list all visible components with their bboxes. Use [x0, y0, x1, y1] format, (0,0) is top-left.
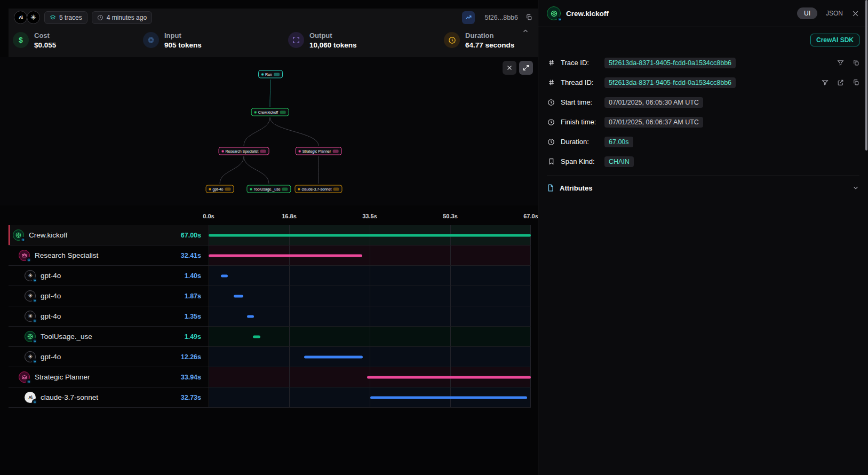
span-row-crew-kickoff[interactable]: Crew.kickoff67.00s [9, 225, 531, 246]
node-type-dot [299, 150, 301, 152]
span-bar[interactable] [367, 376, 531, 378]
instrumentation-badge [32, 359, 37, 364]
instrumentation-badge [557, 17, 562, 22]
trace-summary-block: A\ ✳ 5 traces 4 minutes ago 5f26...8bb6 [9, 9, 538, 57]
close-icon[interactable] [851, 10, 859, 18]
span-row-research-specialist[interactable]: Research Specialist32.41s [9, 246, 531, 266]
sdk-badge[interactable]: CrewAI SDK [810, 34, 859, 46]
span-name: Crew.kickoff [29, 231, 68, 239]
span-name: ToolUsage._use [41, 332, 92, 341]
gridline [289, 266, 290, 286]
collapse-chevron-icon[interactable] [522, 27, 529, 37]
copy-icon[interactable] [525, 14, 532, 21]
span-bar[interactable] [247, 315, 253, 318]
span-bar[interactable] [253, 335, 260, 338]
node-type-dot [250, 188, 252, 190]
details-view-tabs: UI JSON [797, 7, 859, 19]
span-row-gpt-4o[interactable]: ✳gpt-4o1.40s [9, 266, 531, 286]
graph-node-toolusage-use[interactable]: ToolUsage._use [246, 185, 291, 193]
graph-node-strategic-planner[interactable]: Strategic Planner [296, 147, 342, 155]
gridline [209, 327, 209, 346]
stat-label: Cost [34, 31, 56, 39]
field-value: CHAIN [604, 156, 634, 167]
span-row-toolusage-use[interactable]: ToolUsage._use1.49s [9, 327, 531, 347]
span-details-content: CrewAI SDK Trace ID:5f2613da-8371-9405-f… [538, 27, 868, 200]
graph-node-run[interactable]: Run [258, 70, 283, 78]
graph-node-claude-3-7-sonnet[interactable]: claude-3.7-sonnet [294, 185, 342, 193]
trend-chart-button[interactable] [462, 11, 475, 24]
axis-tick: 33.5s [362, 213, 377, 219]
trace-graph-canvas[interactable]: RunCrew.kickoffResearch SpecialistStrate… [0, 57, 538, 205]
gridline [450, 286, 451, 306]
span-name: gpt-4o [41, 292, 61, 300]
layers-icon [50, 14, 56, 21]
span-bar[interactable] [209, 254, 362, 257]
span-bar[interactable] [209, 234, 531, 236]
span-bar[interactable] [234, 295, 243, 297]
graph-controls [503, 61, 533, 75]
field-label: Trace ID: [561, 59, 599, 67]
field-value[interactable]: 5f2613da-8371-9405-fcdd-0a1534cc8bb6 [604, 58, 736, 68]
filter-icon[interactable] [837, 59, 844, 66]
span-duration: 32.41s [181, 252, 201, 259]
span-duration: 1.87s [185, 292, 201, 300]
scrollbar-thumb[interactable] [865, 0, 867, 151]
instrumentation-badge [32, 399, 37, 405]
filter-icon[interactable] [822, 79, 829, 86]
span-duration: 1.49s [185, 333, 201, 341]
close-graph-button[interactable] [503, 61, 516, 75]
span-name: claude-3.7-sonnet [41, 393, 98, 401]
traces-count-label: 5 traces [59, 14, 82, 21]
span-timeline-cell [209, 327, 531, 346]
node-type-dot [209, 188, 211, 190]
copy-icon[interactable] [853, 59, 859, 66]
node-type-dot [298, 188, 300, 190]
span-duration: 67.00s [181, 232, 201, 239]
gridline [370, 306, 370, 326]
trace-time-badge: 4 minutes ago [92, 11, 152, 24]
instrumentation-badge [26, 257, 31, 263]
field-start-time: Start time:07/01/2025, 06:05:30 AM UTC [547, 92, 859, 112]
span-title: Crew.kickoff [566, 10, 609, 18]
span-label-cell: Research Specialist32.41s [9, 246, 209, 265]
graph-node-gpt-4o[interactable]: gpt-4o [206, 185, 234, 193]
span-bar[interactable] [370, 396, 527, 399]
openai-icon: ✳ [25, 270, 36, 281]
gridline [370, 266, 370, 286]
field-label: Start time: [561, 98, 599, 106]
span-bar[interactable] [304, 355, 363, 358]
field-value[interactable]: 5f2613da-8371-9405-fcdd-0a1534cc8bb6 [604, 77, 736, 88]
graph-node-crew-kickoff[interactable]: Crew.kickoff [251, 108, 289, 116]
span-label-cell: Strategic Planner33.94s [9, 367, 209, 387]
graph-node-research-specialist[interactable]: Research Specialist [219, 147, 269, 155]
span-duration: 1.40s [185, 272, 201, 280]
copy-icon[interactable] [853, 79, 859, 86]
tab-json[interactable]: JSON [826, 10, 843, 17]
tab-ui[interactable]: UI [797, 7, 817, 19]
span-row-claude-3-7-sonnet[interactable]: A\claude-3.7-sonnet32.73s [9, 387, 531, 408]
span-bar[interactable] [221, 274, 228, 277]
gridline [530, 246, 531, 265]
span-duration: 12.26s [181, 353, 201, 361]
span-timeline-cell [209, 387, 531, 407]
span-row-gpt-4o[interactable]: ✳gpt-4o1.35s [9, 306, 531, 327]
traces-count-badge[interactable]: 5 traces [44, 11, 87, 24]
external-icon[interactable] [837, 79, 844, 86]
clock-icon [547, 118, 555, 126]
span-details-header: Crew.kickoff UI JSON [538, 0, 868, 27]
stat-label: Duration [465, 31, 514, 39]
attributes-label: Attributes [560, 184, 592, 192]
span-row-gpt-4o[interactable]: ✳gpt-4o1.87s [9, 286, 531, 306]
gridline [370, 286, 370, 306]
trace-time-label: 4 minutes ago [107, 14, 147, 21]
expand-graph-button[interactable] [519, 61, 533, 75]
span-row-strategic-planner[interactable]: Strategic Planner33.94s [9, 367, 531, 387]
dollar-icon: $ [13, 32, 29, 48]
trace-short-id: 5f26...8bb6 [484, 14, 518, 21]
attributes-section-toggle[interactable]: Attributes [547, 176, 859, 200]
chevron-down-icon[interactable] [852, 184, 859, 192]
span-row-gpt-4o[interactable]: ✳gpt-4o12.26s [9, 347, 531, 367]
span-duration: 33.94s [181, 374, 201, 381]
field-label: Thread ID: [561, 78, 599, 86]
gridline [530, 327, 531, 346]
